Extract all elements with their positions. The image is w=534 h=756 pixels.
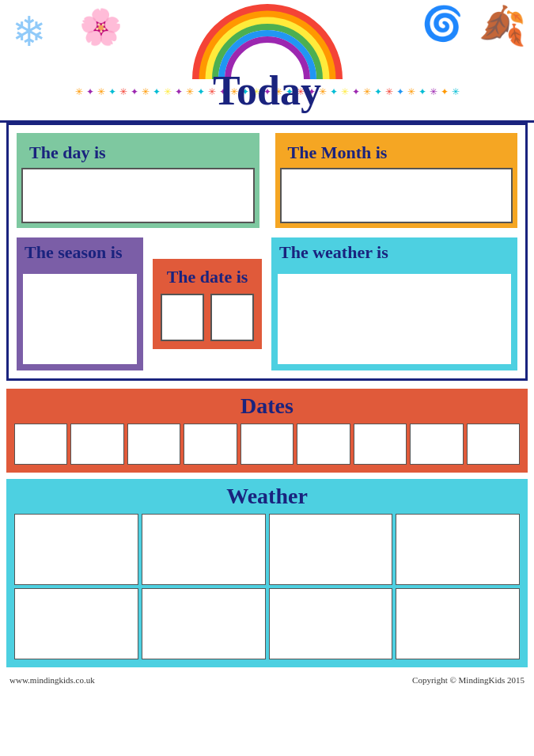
date-cell-9[interactable] — [467, 424, 520, 465]
month-input-area[interactable] — [280, 168, 513, 223]
date-cell-6[interactable] — [297, 424, 350, 465]
main-section: The day is The Month is The season is Th… — [6, 123, 528, 381]
weather-cell-8[interactable] — [396, 588, 520, 659]
date-cell-2[interactable] — [70, 424, 123, 465]
snowflake-icon: ❄ — [12, 8, 47, 55]
weather-label-section: The weather is — [271, 237, 517, 370]
date-box-2[interactable] — [210, 294, 254, 341]
weather-cell-1[interactable] — [14, 514, 138, 585]
sun-icon: 🌀 — [422, 4, 463, 43]
month-container: The Month is — [275, 133, 518, 228]
month-label: The Month is — [280, 138, 513, 168]
footer: www.mindingkids.co.uk Copyright © Mindin… — [0, 672, 534, 688]
leaf-icon: 🍂 — [479, 4, 526, 48]
date-cell-8[interactable] — [410, 424, 463, 465]
day-label: The day is — [21, 138, 255, 168]
date-cell-5[interactable] — [240, 424, 294, 465]
flower-icon: 🌸 — [79, 6, 123, 47]
day-container: The day is — [17, 133, 259, 228]
season-label: The season is — [17, 237, 143, 268]
weather-label: The weather is — [271, 237, 517, 268]
weather-section-title: Weather — [14, 484, 520, 509]
season-input-area[interactable] — [17, 268, 143, 370]
dates-grid — [14, 424, 520, 465]
date-cell-7[interactable] — [354, 424, 407, 465]
weather-cell-2[interactable] — [142, 514, 266, 585]
dates-section: Dates — [6, 389, 528, 473]
weather-cell-3[interactable] — [269, 514, 393, 585]
date-cell-1[interactable] — [14, 424, 67, 465]
date-boxes — [161, 294, 254, 341]
weather-cell-5[interactable] — [14, 588, 138, 659]
weather-cell-6[interactable] — [142, 588, 266, 659]
season-section: The season is — [17, 237, 143, 370]
footer-right: Copyright © MindingKids 2015 — [412, 675, 525, 685]
top-row: The day is The Month is — [17, 133, 517, 228]
weather-cell-7[interactable] — [269, 588, 393, 659]
weather-cell-4[interactable] — [396, 514, 520, 585]
dates-title: Dates — [14, 393, 520, 419]
date-label: The date is — [167, 267, 248, 287]
month-section: The Month is — [275, 133, 518, 228]
date-cell-4[interactable] — [184, 424, 237, 465]
date-cell-3[interactable] — [127, 424, 180, 465]
day-section: The day is — [17, 133, 259, 228]
header: ❄ 🌸 🌀 🍂 ✳ ✦ ✳ ✦ ✳ ✦ ✳ ✦ ✳ ✦ ✳ ✦ ✳ ✦ ✳ ✦ … — [0, 0, 534, 123]
footer-left: www.mindingkids.co.uk — [9, 675, 95, 685]
mid-row: The season is The date is The weather is — [17, 237, 517, 370]
weather-grid — [14, 514, 520, 659]
weather-section-main: Weather — [6, 479, 528, 667]
date-section: The date is — [153, 259, 262, 349]
weather-input-area[interactable] — [271, 268, 517, 370]
day-input-area[interactable] — [21, 168, 255, 223]
page-title: Today — [213, 67, 321, 114]
date-box-1[interactable] — [161, 294, 204, 341]
